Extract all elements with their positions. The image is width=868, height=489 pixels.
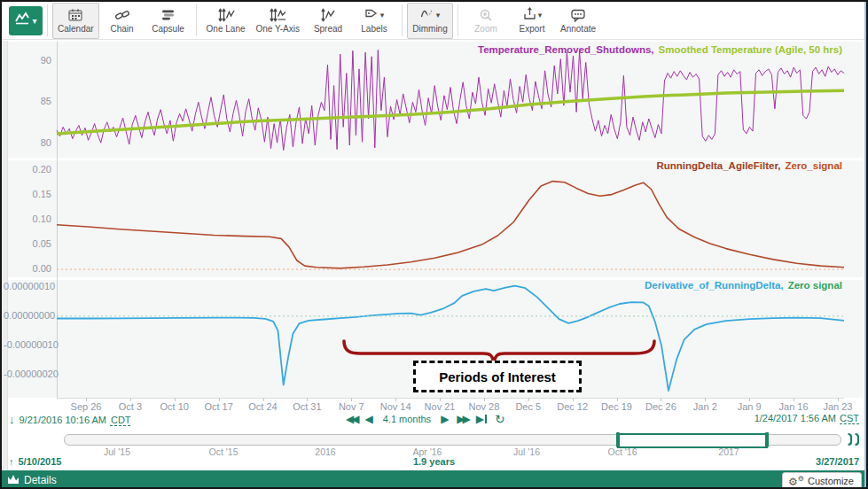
toolbar-separator — [402, 4, 403, 36]
timezone-start-link[interactable]: CDT — [111, 415, 131, 425]
step-forward-half-button[interactable]: ▶ — [441, 413, 449, 425]
app-window: ▾ Calendar Chain Capsule One Lan — [0, 0, 868, 489]
toolbar-button-dimming[interactable]: ▾ Dimming — [407, 3, 453, 39]
toolbar-button-calendar[interactable]: Calendar — [52, 3, 99, 39]
legend-item[interactable]: Temperature_Removed_Shutdowns — [478, 44, 654, 55]
toolbar-button-capsule[interactable]: Capsule — [145, 3, 192, 39]
refresh-icon[interactable]: ↻ — [495, 415, 505, 423]
toolbar-button-annotate[interactable]: Annotate — [555, 3, 601, 39]
toolbar-separator — [457, 4, 458, 36]
chevron-down-icon: ▾ — [32, 16, 36, 26]
toolbar-button-one-y-axis[interactable]: One Y-Axis — [251, 3, 305, 39]
gears-icon: ⚙⚙ — [788, 474, 804, 487]
step-to-end-button[interactable]: ▶ — [476, 413, 487, 425]
lane-legend-3[interactable]: Derivative_of_RunningDeltaZero signal — [645, 280, 842, 291]
timezone-end-link[interactable]: CST — [840, 413, 859, 423]
toolbar-button-export[interactable]: ▾ Export — [509, 3, 555, 39]
window-right-edge — [864, 2, 866, 487]
legend-item[interactable]: Zero_signal — [785, 160, 842, 171]
trend-view-button[interactable]: ▾ — [9, 6, 43, 35]
y-tick-label: -0.00000010 — [4, 339, 51, 350]
y-tick-label: 80 — [4, 137, 51, 148]
export-icon — [522, 6, 536, 24]
zoom-icon — [479, 8, 493, 23]
legend-item[interactable]: Derivative_of_RunningDelta — [645, 280, 784, 291]
details-chart-icon — [7, 473, 20, 487]
annotate-icon — [570, 8, 586, 23]
dimming-icon — [420, 6, 434, 24]
y-tick-label: 0.10 — [4, 213, 51, 224]
chain-icon — [114, 8, 130, 23]
y-tick-label: 0.05 — [4, 238, 51, 249]
capsule-icon — [160, 8, 176, 23]
y-tick-label: 0.00 — [4, 263, 51, 274]
y-tick-label: 90 — [4, 55, 51, 66]
spread-icon — [320, 8, 336, 23]
calendar-icon — [67, 8, 83, 23]
investigate-range-duration: 1.9 years — [2, 456, 866, 467]
toolbar-button-one-lane[interactable]: One Lane — [201, 3, 251, 39]
timeline-handle-left[interactable] — [616, 432, 620, 447]
toolbar: ▾ Calendar Chain Capsule One Lan — [2, 2, 866, 40]
details-label: Details — [24, 474, 57, 486]
toolbar-separator — [47, 4, 48, 36]
legend-item[interactable]: Smoothed Temperature (Agile, 50 hrs) — [659, 44, 842, 55]
series-line[interactable] — [57, 50, 844, 150]
legend-item[interactable]: RunningDelta_AgileFilter — [656, 160, 780, 171]
y-tick-label: 0.00000010 — [4, 281, 51, 291]
timeline-handles-icon[interactable] — [846, 432, 859, 450]
y-tick-label: -0.00000020 — [4, 369, 51, 379]
x-tick-label: Jan 23 — [811, 401, 864, 412]
legend-item[interactable]: Zero signal — [788, 280, 842, 291]
trend-chart-icon — [14, 12, 30, 29]
y-tick-label: 0.15 — [4, 189, 51, 199]
y-tick-label: 0.20 — [4, 164, 51, 175]
periods-of-interest-label: Periods of Interest — [413, 361, 582, 392]
lane-plot-1[interactable] — [2, 42, 866, 158]
toolbar-button-spread[interactable]: Spread — [305, 3, 351, 39]
display-range-start[interactable]: 9/21/2016 10:16 AM — [20, 415, 106, 425]
lane-plot-2[interactable] — [2, 158, 866, 277]
toolbar-separator — [196, 4, 197, 36]
y-tick-label: 0.00000000 — [4, 310, 51, 321]
chevron-down-icon: ▾ — [538, 11, 543, 19]
chevron-down-icon: ▾ — [436, 11, 441, 19]
display-range-duration[interactable]: 4.1 months — [383, 414, 431, 424]
series-line[interactable] — [57, 182, 844, 268]
y-tick-label: 85 — [4, 96, 51, 106]
timeline-handle-right[interactable] — [765, 432, 769, 447]
step-back-full-button[interactable]: ◀◀ — [346, 413, 356, 425]
lane-legend-1[interactable]: Temperature_Removed_ShutdownsSmoothed Te… — [478, 44, 842, 55]
range-start-arrow-icon: ↓ — [9, 413, 15, 426]
display-range-end[interactable]: 1/24/2017 1:56 AM — [755, 413, 836, 423]
step-back-half-button[interactable]: ◀ — [364, 413, 372, 425]
lane-legend-2[interactable]: RunningDelta_AgileFilterZero_signal — [656, 160, 842, 171]
details-bar[interactable]: Details ⚙⚙ Customize — [2, 470, 866, 489]
toolbar-button-labels[interactable]: ▾ Labels — [351, 3, 397, 39]
step-forward-full-button[interactable]: ▶▶ — [457, 413, 467, 425]
one-y-axis-icon — [269, 8, 286, 23]
customize-button[interactable]: ⚙⚙ Customize — [782, 472, 862, 489]
toolbar-button-chain[interactable]: Chain — [99, 3, 145, 39]
investigate-range-end[interactable]: 3/27/2017 — [816, 456, 859, 467]
series-line[interactable] — [57, 90, 844, 134]
tag-icon — [364, 6, 379, 24]
one-lane-icon — [217, 8, 235, 23]
toolbar-button-zoom: Zoom — [463, 3, 509, 39]
chevron-down-icon: ▾ — [380, 11, 385, 19]
